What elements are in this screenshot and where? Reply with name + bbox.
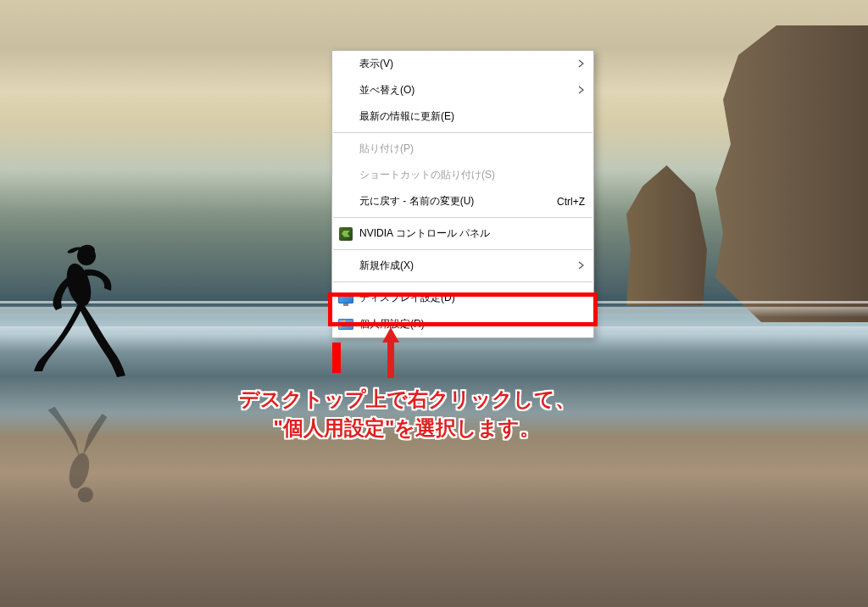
nvidia-icon xyxy=(337,226,354,242)
menu-label: 新規作成(X) xyxy=(359,259,573,273)
chevron-right-icon xyxy=(573,85,585,97)
menu-separator xyxy=(333,249,593,250)
desktop-context-menu: 表示(V) 並べ替え(O) 最新の情報に更新(E) 貼り付け(P) ショートカッ… xyxy=(331,50,594,338)
menu-icon-blank xyxy=(337,259,354,274)
menu-item-personalize[interactable]: 個人用設定(R) xyxy=(332,311,593,337)
menu-item-sort[interactable]: 並べ替え(O) xyxy=(332,77,593,103)
menu-separator xyxy=(333,281,593,282)
menu-item-paste: 貼り付け(P) xyxy=(332,136,593,162)
menu-item-view[interactable]: 表示(V) xyxy=(332,51,593,77)
display-icon xyxy=(337,291,354,306)
annotation-line-2: "個人用設定"を選択します。 xyxy=(157,414,657,443)
desktop-wallpaper[interactable]: 表示(V) 並べ替え(O) 最新の情報に更新(E) 貼り付け(P) ショートカッ… xyxy=(0,0,868,607)
menu-item-display-settings[interactable]: ディスプレイ設定(D) xyxy=(332,285,593,311)
menu-icon-blank xyxy=(337,194,354,209)
menu-item-undo-rename[interactable]: 元に戻す - 名前の変更(U) Ctrl+Z xyxy=(332,188,593,214)
menu-label: ショートカットの貼り付け(S) xyxy=(359,168,585,182)
menu-item-paste-shortcut: ショートカットの貼り付け(S) xyxy=(332,162,593,188)
personalize-icon xyxy=(337,317,354,332)
menu-icon-blank xyxy=(337,83,354,98)
menu-label: 貼り付け(P) xyxy=(359,142,585,156)
rock-formation-large xyxy=(715,25,868,322)
runner-silhouette xyxy=(32,244,130,388)
menu-item-new[interactable]: 新規作成(X) xyxy=(332,253,593,279)
menu-separator xyxy=(333,217,593,218)
menu-icon-blank xyxy=(337,142,354,157)
rock-formation-small xyxy=(626,165,707,305)
annotation-arrow-icon xyxy=(382,327,399,378)
menu-icon-blank xyxy=(337,109,354,125)
menu-shortcut: Ctrl+Z xyxy=(557,196,585,208)
annotation-text: デスクトップ上で右クリックして、 "個人用設定"を選択します。 xyxy=(157,385,657,442)
svg-point-4 xyxy=(66,451,93,491)
menu-label: 元に戻す - 名前の変更(U) xyxy=(359,194,540,209)
menu-label: 最新の情報に更新(E) xyxy=(359,109,585,124)
annotation-line-1: デスクトップ上で右クリックして、 xyxy=(157,385,657,414)
menu-item-nvidia[interactable]: NVIDIA コントロール パネル xyxy=(332,220,593,247)
highlight-box xyxy=(332,342,341,373)
menu-label: NVIDIA コントロール パネル xyxy=(359,226,585,241)
chevron-right-icon xyxy=(573,58,585,70)
runner-reflection xyxy=(32,386,130,504)
chevron-right-icon xyxy=(573,260,585,272)
menu-item-refresh[interactable]: 最新の情報に更新(E) xyxy=(332,103,593,130)
menu-label: 並べ替え(O) xyxy=(359,83,573,97)
menu-separator xyxy=(333,132,593,133)
menu-icon-blank xyxy=(337,168,354,183)
menu-label: ディスプレイ設定(D) xyxy=(359,291,585,305)
svg-point-3 xyxy=(78,487,93,502)
menu-label: 表示(V) xyxy=(359,57,573,71)
menu-icon-blank xyxy=(337,57,354,72)
